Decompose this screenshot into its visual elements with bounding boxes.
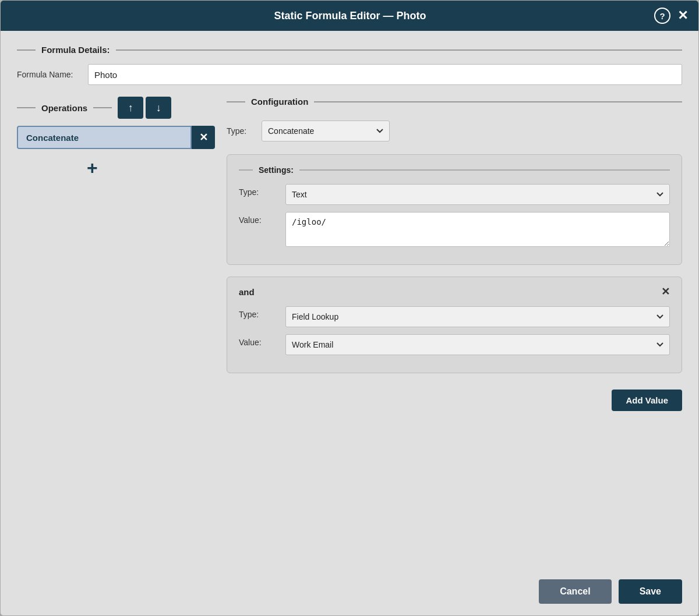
config-line-long — [314, 101, 682, 102]
close-button[interactable]: ✕ — [677, 8, 688, 23]
settings1-type-row: Type: Text Field Lookup Concatenate — [239, 184, 670, 205]
settings2-value-select[interactable]: Work Email First Name Last Name Email — [285, 334, 670, 355]
concatenate-item[interactable]: Concatenate — [17, 126, 192, 149]
and-label: and — [239, 287, 255, 297]
formula-details-label: Formula Details: — [41, 45, 110, 55]
settings1-type-select[interactable]: Text Field Lookup Concatenate — [285, 184, 670, 205]
dialog-body: Formula Details: Formula Name: Operation… — [1, 31, 698, 570]
right-panel: Configuration Type: Concatenate Field Lo… — [215, 97, 682, 556]
formula-name-row: Formula Name: — [17, 64, 682, 85]
save-button[interactable]: Save — [619, 579, 682, 604]
config-line-short — [227, 101, 245, 102]
settings1-value-label: Value: — [239, 212, 285, 225]
settings-line-short — [239, 169, 253, 171]
config-label: Configuration — [251, 97, 308, 107]
title-bar-icons: ? ✕ — [654, 8, 688, 24]
type-row: Type: Concatenate Field Lookup Text — [227, 121, 682, 141]
panels-row: Operations ↑ ↓ Concatenate ✕ + — [17, 97, 682, 556]
concatenate-remove-button[interactable]: ✕ — [192, 126, 215, 149]
dialog-footer: Cancel Save — [1, 570, 698, 615]
formula-name-label: Formula Name: — [17, 70, 81, 79]
title-bar: Static Formula Editor — Photo ? ✕ — [1, 1, 698, 31]
type-select[interactable]: Concatenate Field Lookup Text — [262, 121, 390, 141]
and-card-header: and ✕ — [239, 285, 670, 298]
settings1-value-textarea[interactable] — [285, 212, 670, 247]
settings2-type-select[interactable]: Field Lookup Text Concatenate — [285, 306, 670, 327]
add-value-button[interactable]: Add Value — [612, 390, 682, 411]
dialog-container: Static Formula Editor — Photo ? ✕ Formul… — [0, 0, 699, 616]
settings-card-1: Settings: Type: Text Field Lookup Concat… — [227, 154, 682, 265]
help-button[interactable]: ? — [654, 8, 670, 24]
formula-details-header: Formula Details: — [17, 45, 682, 55]
formula-name-input[interactable] — [88, 64, 682, 85]
settings1-value-row: Value: — [239, 212, 670, 247]
dialog-title: Static Formula Editor — Photo — [46, 10, 654, 22]
operations-header: Operations ↑ ↓ — [17, 97, 215, 119]
settings-header-1: Settings: — [239, 165, 670, 175]
settings2-type-label: Type: — [239, 306, 285, 319]
and-close-button[interactable]: ✕ — [661, 285, 670, 298]
move-down-button[interactable]: ↓ — [146, 97, 171, 119]
settings-line-long — [299, 169, 670, 171]
and-card: and ✕ Type: Field Lookup Text Concatenat… — [227, 277, 682, 373]
move-up-button[interactable]: ↑ — [118, 97, 143, 119]
ops-line-left — [17, 107, 36, 108]
settings2-type-row: Type: Field Lookup Text Concatenate — [239, 306, 670, 327]
settings1-type-label: Type: — [239, 184, 285, 197]
concatenate-row: Concatenate ✕ — [17, 126, 215, 149]
settings2-value-label: Value: — [239, 334, 285, 347]
config-header: Configuration — [227, 97, 682, 107]
operations-label: Operations — [41, 103, 87, 113]
settings-label-1: Settings: — [259, 165, 294, 175]
header-line-left — [17, 49, 36, 51]
type-label: Type: — [227, 126, 262, 136]
settings2-value-row: Value: Work Email First Name Last Name E… — [239, 334, 670, 355]
ops-line-right — [93, 107, 112, 108]
header-line-right — [116, 49, 682, 51]
add-operation-button[interactable]: + — [87, 157, 98, 179]
cancel-button[interactable]: Cancel — [539, 579, 611, 604]
arrow-buttons: ↑ ↓ — [118, 97, 171, 119]
left-panel: Operations ↑ ↓ Concatenate ✕ + — [17, 97, 215, 556]
add-value-row: Add Value — [227, 390, 682, 411]
